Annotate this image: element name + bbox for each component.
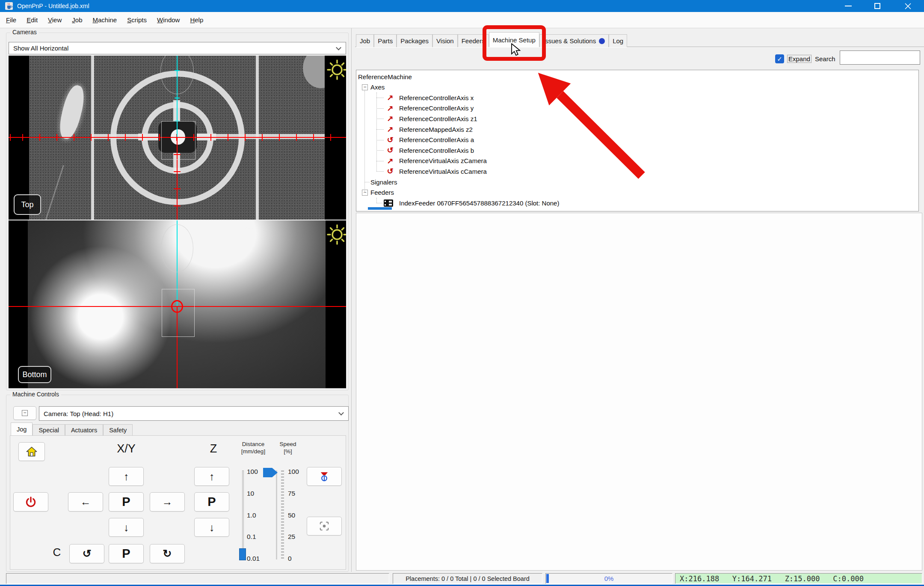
distance-slider-thumb[interactable] (239, 548, 246, 560)
jog-x-plus-button[interactable]: → (150, 492, 185, 512)
tree-node[interactable]: ↗ReferenceVirtualAxis zCamera (356, 156, 918, 166)
tab-label: Log (613, 37, 623, 45)
camera-view-bottom[interactable]: Bottom (9, 220, 346, 388)
menu-item-window[interactable]: Window (152, 13, 185, 27)
rotary-axis-icon: ↺ (385, 167, 396, 175)
brightness-icon[interactable] (327, 224, 346, 245)
arrow-down-icon: ↓ (209, 522, 215, 533)
park-xy-button[interactable]: P (109, 492, 144, 512)
menu-item-job[interactable]: Job (67, 13, 87, 27)
jog-x-minus-button[interactable]: ← (68, 492, 103, 512)
panel-divider[interactable] (351, 28, 352, 573)
tree-node-label: ReferenceVirtualAxis cCamera (399, 168, 487, 175)
close-button[interactable] (892, 0, 924, 12)
tree-node[interactable]: ReferenceMachine (356, 71, 918, 82)
tree-guide (376, 92, 377, 171)
tab-label: Vision (436, 37, 454, 45)
tree-node[interactable]: ↗ReferenceMappedAxis z2 (356, 124, 918, 134)
tree-guide (376, 129, 384, 130)
menu-item-help[interactable]: Help (185, 13, 208, 27)
tree-node-label: ReferenceControllerAxis a (399, 136, 474, 143)
speed-slider[interactable] (276, 470, 277, 559)
speed-tick-labels: 1007550250 (288, 468, 309, 566)
tab-log[interactable]: Log (609, 34, 627, 47)
menu-item-scripts[interactable]: Scripts (122, 13, 152, 27)
title-bar: OpenPnP - Untitled.job.xml (0, 0, 924, 12)
tree-node[interactable]: ↺ReferenceControllerAxis b (356, 145, 918, 155)
tab-job[interactable]: Job (356, 34, 374, 47)
tree-node[interactable]: ↗ReferenceControllerAxis y (356, 103, 918, 113)
power-button[interactable] (13, 492, 48, 512)
home-button[interactable] (18, 442, 45, 461)
jog-target-selector[interactable]: Camera: Top (Head: H1) (39, 406, 349, 421)
tree-node-label: IndexFeeder 0670FF565457888367212340 (Sl… (399, 199, 559, 207)
tree-node[interactable]: Signalers (356, 177, 918, 187)
menu-item-file[interactable]: File (1, 13, 21, 27)
tree-node[interactable]: ↺ReferenceVirtualAxis cCamera (356, 166, 918, 176)
rotate-cw-icon: ↻ (163, 548, 172, 559)
mc-tab-special[interactable]: Special (33, 424, 65, 435)
tree-node-label: ReferenceControllerAxis z1 (399, 115, 477, 122)
mc-tab-actuators[interactable]: Actuators (65, 424, 103, 435)
tree-expander-icon[interactable]: − (362, 190, 368, 196)
machine-setup-tree: ReferenceMachine−Axes↗ReferenceControlle… (356, 70, 919, 211)
reticle-rect (161, 121, 195, 160)
camera-position-button[interactable] (307, 517, 342, 535)
tab-label: Feeders (462, 37, 485, 45)
tree-node[interactable]: ↗ReferenceControllerAxis x (356, 92, 918, 103)
tab-issues-solutions[interactable]: Issues & Solutions (539, 34, 609, 47)
rotate-ccw-icon: ↺ (83, 548, 92, 559)
tree-guide (364, 182, 370, 182)
home-icon (26, 446, 38, 457)
speed-tick-label: 100 (288, 468, 299, 476)
progress-label: 0% (604, 575, 614, 582)
tree-node[interactable]: ↺ReferenceControllerAxis a (356, 135, 918, 145)
jog-y-minus-button[interactable]: ↓ (109, 518, 144, 537)
expand-checkbox-label[interactable]: Expand (787, 55, 811, 63)
tab-packages[interactable]: Packages (397, 34, 432, 47)
jog-y-plus-button[interactable]: ↑ (109, 467, 144, 486)
distance-tick-label: 1.0 (247, 512, 256, 520)
mc-tab-jog[interactable]: Jog (11, 422, 33, 435)
reticle-rect (162, 289, 195, 337)
jog-c-ccw-button[interactable]: ↺ (69, 544, 104, 563)
tab-parts[interactable]: Parts (374, 34, 397, 47)
jog-z-minus-button[interactable]: ↓ (194, 518, 229, 537)
park-z-button[interactable]: P (194, 492, 229, 512)
tree-node[interactable]: IndexFeeder 0670FF565457888367212340 (Sl… (356, 198, 918, 208)
tree-node[interactable]: ↗ReferenceControllerAxis z1 (356, 113, 918, 124)
brightness-icon[interactable] (327, 59, 346, 80)
arrow-up-icon: ↑ (209, 471, 215, 482)
distance-tick-labels: 100101.00.10.01 (247, 468, 272, 566)
speed-header: Speed [%] (274, 440, 302, 455)
mc-tab-safety[interactable]: Safety (103, 424, 133, 435)
park-nozzle-button[interactable] (307, 467, 342, 486)
park-c-button[interactable]: P (109, 544, 144, 563)
menu-item-edit[interactable]: Edit (21, 13, 43, 27)
c-label: C (49, 546, 65, 559)
collapse-controls-button[interactable]: − (13, 406, 36, 420)
search-input[interactable] (840, 51, 920, 65)
jog-z-plus-button[interactable]: ↑ (194, 467, 229, 486)
tree-expander-icon[interactable]: − (362, 84, 368, 90)
maximize-button[interactable] (862, 0, 892, 12)
check-icon: ✓ (777, 55, 782, 62)
jog-c-cw-button[interactable]: ↻ (150, 544, 185, 563)
close-icon (904, 3, 912, 10)
camera-top-label: Top (14, 194, 41, 215)
menu-item-view[interactable]: View (43, 13, 67, 27)
tree-node[interactable]: −Feeders (356, 187, 918, 198)
chevron-down-icon (338, 410, 344, 416)
tab-vision[interactable]: Vision (432, 34, 458, 47)
tree-node[interactable]: −Axes (356, 82, 918, 92)
linear-axis-icon: ↗ (385, 115, 396, 122)
distance-slider[interactable] (242, 470, 244, 559)
speed-tick-label: 75 (288, 490, 295, 498)
camera-view-selector[interactable]: Show All Horizontal (9, 42, 346, 54)
menu-item-machine[interactable]: Machine (87, 13, 122, 27)
minimize-button[interactable] (834, 0, 862, 12)
expand-checkbox[interactable]: ✓ (775, 54, 784, 63)
tree-guide (376, 198, 377, 203)
distance-header: Distance [mm/deg] (235, 440, 272, 455)
camera-view-top[interactable]: Top (9, 56, 346, 220)
